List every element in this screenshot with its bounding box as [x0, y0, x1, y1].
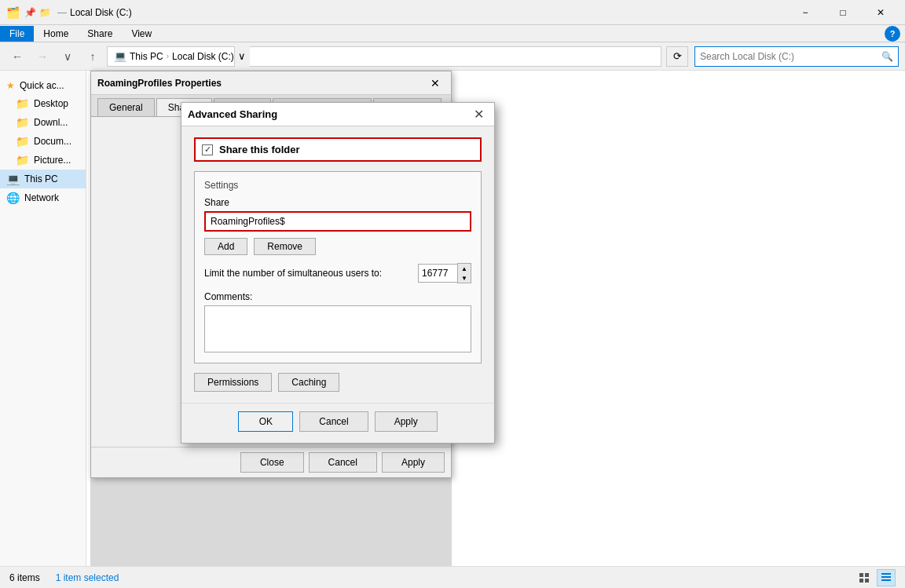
share-folder-row: Share this folder	[194, 137, 482, 162]
search-input[interactable]	[700, 51, 881, 62]
close-button[interactable]: ✕	[863, 0, 899, 25]
nav-bar: ← → ∨ ↑ 💻 This PC › Local Disk (C:) ∨ ⟳ …	[0, 42, 905, 71]
sidebar: ★ Quick ac... 📁 Desktop 📁 Downl... 📁 Doc…	[0, 71, 86, 566]
apply-button[interactable]: Apply	[375, 411, 438, 432]
sidebar-label-pictures: Picture...	[34, 155, 71, 166]
refresh-button[interactable]: ⟳	[666, 46, 688, 67]
app-icon: 🗂️	[6, 6, 20, 19]
sidebar-item-network[interactable]: 🌐 Network	[0, 188, 86, 207]
add-button[interactable]: Add	[204, 238, 247, 255]
properties-dialog-close[interactable]: ✕	[426, 74, 445, 93]
properties-cancel-button[interactable]: Cancel	[309, 452, 377, 473]
detail-view-icon	[880, 572, 892, 584]
breadcrumb: This PC › Local Disk (C:)	[130, 51, 234, 62]
limit-row: Limit the number of simultaneous users t…	[204, 263, 471, 283]
desktop-folder-icon: 📁	[16, 97, 29, 110]
list-view-button[interactable]	[855, 569, 874, 586]
sidebar-label-documents: Docum...	[34, 136, 71, 147]
sidebar-item-pictures[interactable]: 📁 Picture...	[0, 151, 86, 170]
recent-locations-button[interactable]: ∨	[57, 46, 79, 68]
up-button[interactable]: ↑	[82, 46, 104, 68]
comments-section: Comments:	[204, 291, 471, 355]
properties-close-button[interactable]: Close	[240, 452, 304, 473]
comments-textarea[interactable]	[204, 305, 471, 352]
ok-button[interactable]: OK	[238, 411, 293, 432]
settings-box: Settings Share Add Remove Limit the numb…	[194, 171, 482, 363]
downloads-folder-icon: 📁	[16, 116, 29, 129]
search-bar: 🔍	[694, 46, 899, 67]
window-controls: − □ ✕	[787, 0, 899, 25]
spinner-down-button[interactable]: ▼	[458, 273, 471, 283]
permissions-button[interactable]: Permissions	[194, 373, 272, 392]
svg-rect-13	[881, 573, 891, 575]
advanced-sharing-dialog: Advanced Sharing ✕ Share this folder Set…	[181, 102, 495, 444]
tab-file[interactable]: File	[0, 26, 34, 42]
limit-value-input[interactable]	[418, 264, 457, 283]
documents-folder-icon: 📁	[16, 135, 29, 148]
breadcrumb-thispc[interactable]: This PC	[130, 51, 163, 62]
advanced-dialog-title: Advanced Sharing	[188, 108, 469, 120]
comments-label: Comments:	[204, 291, 471, 302]
sidebar-item-documents[interactable]: 📁 Docum...	[0, 132, 86, 151]
items-count: 6 items	[9, 572, 40, 583]
sidebar-item-desktop[interactable]: 📁 Desktop	[0, 94, 86, 113]
share-label: Share	[204, 197, 471, 208]
spinner-up-button[interactable]: ▲	[458, 264, 471, 273]
spinner-buttons: ▲ ▼	[457, 263, 471, 283]
thispc-icon: 💻	[6, 173, 20, 185]
advanced-dialog-footer: OK Cancel Apply	[181, 403, 494, 443]
properties-dialog-titlebar: RoamingProfiles Properties ✕	[91, 71, 451, 95]
props-tab-general[interactable]: General	[97, 98, 155, 116]
title-bar: 🗂️ 📌 📁 — Local Disk (C:) − □ ✕	[0, 0, 905, 25]
tab-home[interactable]: Home	[34, 26, 78, 42]
add-remove-row: Add Remove	[204, 238, 471, 255]
back-button[interactable]: ←	[6, 46, 28, 68]
main-layout: ★ Quick ac... 📁 Desktop 📁 Downl... 📁 Doc…	[0, 71, 905, 566]
caching-button[interactable]: Caching	[278, 373, 339, 392]
permissions-caching-row: Permissions Caching	[194, 373, 482, 392]
properties-apply-button[interactable]: Apply	[382, 452, 445, 473]
help-button[interactable]: ?	[885, 26, 900, 42]
address-dropdown-button[interactable]: ∨	[234, 46, 250, 67]
ribbon-tabs: File Home Share View ?	[0, 25, 905, 42]
svg-rect-11	[859, 579, 863, 583]
list-view-icon	[858, 572, 870, 584]
quick-access-icon: ★	[6, 80, 15, 91]
tab-share[interactable]: Share	[78, 26, 122, 42]
advanced-dialog-content: Share this folder Settings Share Add Rem…	[181, 126, 494, 403]
settings-legend: Settings	[204, 180, 471, 191]
sidebar-item-downloads[interactable]: 📁 Downl...	[0, 113, 86, 132]
pictures-folder-icon: 📁	[16, 154, 29, 166]
sidebar-label-desktop: Desktop	[34, 98, 68, 109]
sidebar-item-quickaccess[interactable]: ★ Quick ac...	[0, 77, 86, 94]
forward-button[interactable]: →	[31, 46, 53, 68]
advanced-dialog-close[interactable]: ✕	[469, 105, 488, 124]
search-icon: 🔍	[881, 51, 893, 62]
sidebar-label-quickaccess: Quick ac...	[20, 80, 64, 91]
sidebar-label-thispc: This PC	[24, 173, 58, 184]
breadcrumb-localdisk[interactable]: Local Disk (C:)	[172, 51, 234, 62]
limit-label: Limit the number of simultaneous users t…	[204, 268, 412, 279]
properties-dialog-title: RoamingProfiles Properties	[97, 78, 426, 89]
cancel-button[interactable]: Cancel	[299, 411, 368, 432]
svg-rect-9	[859, 573, 863, 577]
address-computer-icon: 💻	[114, 50, 126, 62]
address-bar: 💻 This PC › Local Disk (C:) ∨	[107, 46, 661, 67]
svg-rect-15	[881, 579, 891, 581]
maximize-button[interactable]: □	[825, 0, 861, 25]
share-name-input[interactable]	[204, 211, 471, 232]
share-folder-checkbox[interactable]	[202, 144, 213, 155]
network-icon: 🌐	[6, 192, 20, 204]
sidebar-item-thispc[interactable]: 💻 This PC	[0, 170, 86, 188]
limit-spinner: ▲ ▼	[418, 263, 471, 283]
content-area: RoamingProfiles Users Windows	[86, 71, 905, 566]
remove-button[interactable]: Remove	[254, 238, 316, 255]
status-bar: 6 items 1 item selected	[0, 566, 905, 588]
share-folder-label: Share this folder	[219, 144, 300, 155]
tab-view[interactable]: View	[122, 26, 161, 42]
window-title: Local Disk (C:)	[70, 7, 787, 18]
detail-view-button[interactable]	[877, 569, 896, 586]
advanced-dialog-titlebar: Advanced Sharing ✕	[181, 103, 494, 126]
minimize-button[interactable]: −	[787, 0, 823, 25]
selected-info: 1 item selected	[56, 572, 119, 583]
